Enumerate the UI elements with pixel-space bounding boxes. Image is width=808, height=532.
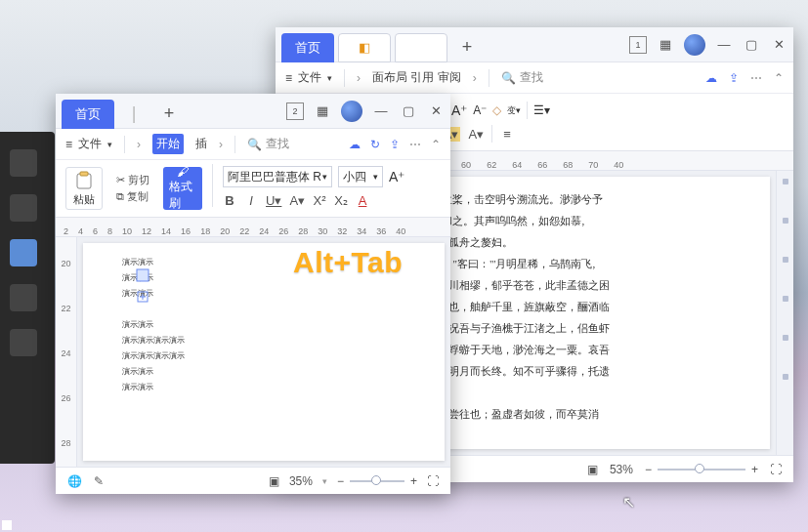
doc-line: 演示演示 bbox=[122, 286, 417, 302]
fullscreen-icon[interactable]: ⛶ bbox=[427, 474, 439, 488]
sidebar-dot[interactable] bbox=[783, 296, 788, 302]
zoom-in-button[interactable]: + bbox=[751, 463, 758, 476]
menubar: ≡文件▾ › 面布局 引用 审阅 › 🔍 查找 ☁ ⇪ ⋯ ⌃ bbox=[276, 62, 793, 94]
desktop-sidebar-icon bbox=[10, 284, 37, 311]
zoom-value: 53% bbox=[610, 463, 633, 476]
search-icon: 🔍 bbox=[247, 138, 262, 151]
clear-format-icon[interactable]: ◇ bbox=[492, 103, 501, 117]
more-icon[interactable]: ⋯ bbox=[750, 71, 762, 85]
scissors-icon: ✂ bbox=[116, 174, 125, 186]
change-case-icon[interactable]: 变▾ bbox=[507, 104, 521, 117]
close-icon[interactable]: ✕ bbox=[427, 102, 445, 120]
home-tab[interactable]: 首页 bbox=[281, 33, 334, 62]
font-grow-icon[interactable]: A⁺ bbox=[389, 169, 404, 184]
superscript-button[interactable]: X² bbox=[313, 193, 326, 208]
bold-button[interactable]: B bbox=[223, 193, 236, 208]
zoom-out-button[interactable]: − bbox=[337, 474, 344, 488]
svg-rect-1 bbox=[80, 172, 88, 176]
font-select[interactable]: 阿里巴巴普惠体 R▾ bbox=[223, 166, 332, 187]
copy-icon: ⧉ bbox=[116, 190, 124, 203]
home-tab[interactable]: 首页 bbox=[62, 100, 114, 129]
desktop-sidebar bbox=[0, 132, 55, 464]
sidebar-dot[interactable] bbox=[783, 257, 788, 263]
ribbon-tabs[interactable]: 面布局 引用 审阅 bbox=[372, 69, 461, 86]
collapse-ribbon-icon[interactable]: ⌃ bbox=[431, 138, 441, 151]
more-icon[interactable]: ⋯ bbox=[409, 138, 421, 151]
new-tab-button[interactable]: + bbox=[153, 100, 185, 129]
horizontal-ruler: 2468101214161820222426283032343640 bbox=[56, 218, 450, 237]
maximize-icon[interactable]: ▢ bbox=[400, 102, 417, 120]
doc-line: 演示演示 bbox=[122, 364, 417, 380]
list-icon[interactable]: ☰▾ bbox=[533, 103, 550, 117]
cloud-icon[interactable]: ☁ bbox=[349, 138, 361, 151]
maximize-icon[interactable]: ▢ bbox=[743, 36, 760, 54]
copy-button[interactable]: ⧉复制 bbox=[116, 189, 149, 204]
brush-icon: 🖌 bbox=[177, 165, 189, 179]
minimize-icon[interactable]: — bbox=[715, 36, 733, 54]
font-grow-icon[interactable]: A⁺ bbox=[451, 102, 467, 118]
paragraph-marker-icon bbox=[134, 288, 151, 306]
cursor-icon: ↖ bbox=[622, 493, 635, 512]
minimize-icon[interactable]: — bbox=[372, 102, 390, 120]
fullscreen-icon[interactable]: ⛶ bbox=[770, 463, 782, 476]
zoom-slider[interactable] bbox=[350, 480, 404, 482]
window-layout-icon[interactable]: 1 bbox=[629, 36, 647, 54]
italic-button[interactable]: I bbox=[244, 193, 258, 208]
doc-tab[interactable]: ◧ bbox=[338, 33, 391, 62]
collapse-ribbon-icon[interactable]: ⌃ bbox=[774, 71, 784, 85]
paste-button[interactable]: 粘贴 bbox=[65, 167, 103, 210]
zoom-slider[interactable] bbox=[658, 469, 745, 471]
doc-line: 演示演示演示演示 bbox=[122, 348, 417, 364]
wps-window-front[interactable]: 首页 | + 2 ▦ — ▢ ✕ ≡文件▾ › 开始插 › 🔍 查找 ☁ ↻ ⇪… bbox=[56, 94, 450, 494]
sync-icon[interactable]: ↻ bbox=[370, 138, 380, 151]
titlebar[interactable]: 首页 ◧ + 1 ▦ — ▢ ✕ bbox=[276, 27, 793, 62]
close-icon[interactable]: ✕ bbox=[770, 36, 787, 54]
search-box[interactable]: 🔍 查找 bbox=[501, 69, 543, 86]
zoom-out-button[interactable]: − bbox=[645, 463, 652, 476]
avatar[interactable] bbox=[684, 34, 705, 56]
doc-line: 演示演示 bbox=[122, 317, 417, 333]
globe-icon[interactable]: 🌐 bbox=[67, 474, 82, 488]
font-shrink-icon[interactable]: A⁻ bbox=[473, 103, 487, 117]
avatar[interactable] bbox=[341, 101, 362, 122]
doc-line: 演示演示演示演示 bbox=[122, 333, 417, 348]
zoom-in-button[interactable]: + bbox=[410, 474, 417, 488]
titlebar[interactable]: 首页 | + 2 ▦ — ▢ ✕ bbox=[56, 94, 450, 129]
grid-icon[interactable]: ▦ bbox=[314, 102, 331, 120]
share-icon[interactable]: ⇪ bbox=[390, 138, 400, 151]
right-sidebar bbox=[776, 171, 793, 455]
strike-button[interactable]: A▾ bbox=[289, 193, 305, 208]
cloud-icon[interactable]: ☁ bbox=[705, 71, 717, 85]
file-menu[interactable]: ≡文件▾ bbox=[65, 136, 112, 152]
sidebar-dot[interactable] bbox=[783, 179, 788, 184]
underline-button[interactable]: U▾ bbox=[266, 193, 281, 208]
sidebar-dot[interactable] bbox=[783, 218, 788, 224]
tab-divider: | bbox=[118, 100, 149, 129]
doc-line: 演示演示 bbox=[122, 380, 417, 395]
align-button[interactable]: ≡ bbox=[500, 127, 514, 142]
pen-icon[interactable]: ✎ bbox=[94, 474, 104, 488]
file-menu[interactable]: ≡文件▾ bbox=[285, 69, 332, 86]
window-layout-icon[interactable]: 2 bbox=[286, 102, 304, 120]
desktop-sidebar-icon bbox=[10, 329, 37, 356]
menubar: ≡文件▾ › 开始插 › 🔍 查找 ☁ ↻ ⇪ ⋯ ⌃ bbox=[56, 129, 450, 160]
ribbon-tab-insert-hint[interactable]: 插 bbox=[195, 136, 207, 152]
cut-button[interactable]: ✂剪切 bbox=[116, 173, 149, 187]
fit-width-icon[interactable]: ▣ bbox=[587, 463, 598, 476]
sidebar-dot[interactable] bbox=[783, 335, 788, 341]
desktop-sidebar-icon bbox=[10, 149, 37, 177]
grid-icon[interactable]: ▦ bbox=[657, 36, 674, 54]
font-size-select[interactable]: 小四▾ bbox=[338, 166, 383, 187]
border-button[interactable]: A▾ bbox=[468, 127, 484, 142]
search-icon: 🔍 bbox=[501, 71, 516, 85]
font-color-button[interactable]: A bbox=[356, 193, 369, 208]
ribbon-tab-start[interactable]: 开始 bbox=[152, 134, 184, 154]
share-icon[interactable]: ⇪ bbox=[729, 71, 739, 85]
sidebar-dot[interactable] bbox=[783, 374, 788, 380]
fit-width-icon[interactable]: ▣ bbox=[269, 474, 279, 488]
search-box[interactable]: 🔍 查找 bbox=[247, 136, 289, 152]
new-tab-button[interactable]: + bbox=[451, 33, 483, 62]
subscript-button[interactable]: X₂ bbox=[334, 193, 348, 208]
format-brush-button[interactable]: 🖌 格式刷 bbox=[163, 167, 202, 210]
doc-tab-2[interactable] bbox=[395, 33, 447, 62]
